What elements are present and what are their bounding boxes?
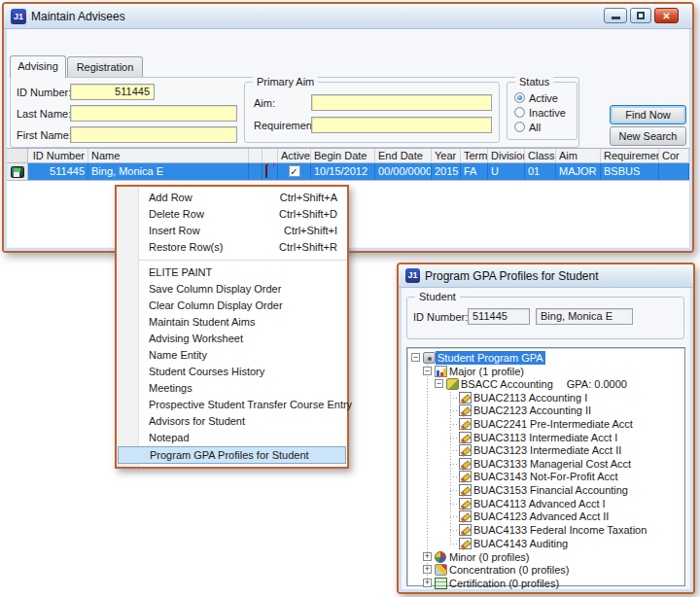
student-id-field[interactable]: 511445: [468, 308, 530, 325]
expand-icon[interactable]: +: [423, 579, 432, 587]
grid-header-begin-date[interactable]: Begin Date: [311, 149, 375, 162]
tree-item-course[interactable]: BUAC3133 Managerial Cost Acct: [407, 457, 682, 471]
tree-item-course[interactable]: BUAC4123 Advanced Acct II: [407, 509, 682, 523]
tree-item-course[interactable]: BUAC3153 Financial Accounting: [407, 483, 682, 497]
advisee-row[interactable]: 511445 Bing, Monica E ✓ 10/15/2012 00/00…: [7, 163, 689, 181]
grid-header-aim[interactable]: Aim: [556, 149, 601, 162]
expand-icon[interactable]: +: [423, 565, 432, 574]
tree-item-course[interactable]: BUAC2113 Accounting I: [407, 391, 682, 404]
menu-item-name-entity[interactable]: Name Entity: [117, 347, 347, 364]
row-term-cell[interactable]: FA: [461, 163, 488, 180]
row-aim-cell[interactable]: MAJOR: [556, 163, 601, 180]
requirement-input[interactable]: [311, 117, 492, 133]
row-cor-cell[interactable]: [659, 163, 689, 180]
menu-separator: [118, 260, 346, 261]
tab-advising[interactable]: Advising: [10, 55, 66, 78]
new-search-button[interactable]: New Search: [610, 126, 686, 146]
row-division-cell[interactable]: U: [488, 163, 525, 180]
requirement-label: Requirement:: [254, 120, 318, 131]
active-checkbox[interactable]: ✓: [289, 165, 300, 177]
menu-item-meetings[interactable]: Meetings: [117, 380, 347, 397]
grid-header-end-date[interactable]: End Date: [375, 149, 432, 162]
grid-header-class[interactable]: Class: [525, 149, 556, 162]
grid-header-term[interactable]: Term: [461, 149, 488, 162]
grid-header-name[interactable]: Name: [88, 149, 249, 162]
row-lock-cell[interactable]: [262, 163, 278, 180]
menu-item-student-courses-history[interactable]: Student Courses History: [117, 364, 347, 380]
tree-item-bsacc-accounting[interactable]: − BSACC AccountingGPA: 0.0000: [407, 377, 682, 391]
menu-item-add-row[interactable]: Add RowCtrl+Shift+A: [117, 190, 347, 206]
status-radio-all[interactable]: [514, 122, 525, 132]
status-all-label: All: [529, 122, 541, 133]
row-id-cell[interactable]: 511445: [28, 163, 88, 180]
grid-header-id-number[interactable]: ID Number: [28, 149, 88, 162]
row-name-cell[interactable]: Bing, Monica E: [88, 163, 249, 180]
tree-item-course[interactable]: BUAC2123 Accounting II: [407, 404, 682, 417]
window-title: Program GPA Profiles for Student: [425, 269, 599, 283]
menu-item-program-gpa-profiles[interactable]: Program GPA Profiles for Student: [118, 446, 346, 464]
tree-item-course[interactable]: BUAC3113 Intermediate Acct I: [407, 431, 682, 444]
last-name-input[interactable]: [70, 105, 237, 122]
tree-item-concentration[interactable]: + Concentration (0 profiles): [407, 563, 682, 577]
id-number-input[interactable]: 511445: [70, 84, 155, 100]
grid-header-active[interactable]: Active: [278, 149, 311, 162]
row-selector-cell[interactable]: [7, 163, 28, 180]
tree-item-course[interactable]: BUAC2241 Pre-Intermediate Acct: [407, 417, 682, 431]
status-radio-active[interactable]: [514, 92, 525, 103]
student-name-field[interactable]: Bing, Monica E: [536, 308, 633, 325]
primary-aim-title: Primary Aim: [253, 76, 318, 88]
grid-header-row: ID Number Name Active Begin Date End Dat…: [7, 149, 689, 163]
menu-item-clear-column-display-order[interactable]: Clear Column Display Order: [117, 298, 347, 314]
menu-item-save-column-display-order[interactable]: Save Column Display Order: [117, 281, 347, 298]
course-icon: [459, 524, 472, 536]
grid-header-year[interactable]: Year: [432, 149, 461, 162]
tab-registration[interactable]: Registration: [67, 56, 143, 78]
maximize-button[interactable]: [630, 8, 651, 23]
menu-item-elite-paint[interactable]: ELITE PAINT: [117, 264, 347, 281]
grid-header-division[interactable]: Division: [488, 149, 525, 162]
tree-item-certification[interactable]: + Certification (0 profiles): [407, 577, 682, 590]
tree-item-major[interactable]: − Major (1 profile): [407, 365, 682, 378]
row-end-date-cell[interactable]: 00/00/0000: [375, 163, 432, 180]
minimize-button[interactable]: [604, 8, 627, 23]
menu-item-advisors-for-student[interactable]: Advisors for Student: [117, 413, 347, 430]
menu-item-restore-rows[interactable]: Restore Row(s)Ctrl+Shift+R: [117, 239, 347, 256]
menu-item-prospective-student-transfer-course-entry[interactable]: Prospective Student Transfer Course Entr…: [117, 397, 347, 413]
title-bar[interactable]: J1 Maintain Advisees ✕: [4, 4, 692, 29]
grid-header-selector[interactable]: [7, 149, 28, 162]
collapse-icon[interactable]: −: [435, 379, 443, 388]
tree-item-label: Student Program GPA: [436, 351, 545, 365]
grid-header-lock[interactable]: [262, 149, 278, 162]
expand-icon[interactable]: +: [423, 552, 432, 561]
tree-item-course[interactable]: BUAC3143 Not-For-Profit Acct: [407, 470, 682, 483]
tree-item-label: BUAC3123 Intermediate Acct II: [472, 443, 623, 457]
tree-item-course[interactable]: BUAC4143 Auditing: [407, 537, 682, 550]
find-now-button[interactable]: Find Now: [610, 105, 686, 124]
row-blank-cell[interactable]: [249, 163, 262, 180]
tree-item-course[interactable]: BUAC4113 Advanced Acct I: [407, 497, 682, 510]
title-bar[interactable]: J1 Program GPA Profiles for Student: [399, 264, 693, 288]
menu-item-insert-row[interactable]: Insert RowCtrl+Shift+I: [117, 223, 347, 239]
aim-input[interactable]: [311, 94, 492, 111]
tree-item-course[interactable]: BUAC3123 Intermediate Acct II: [407, 443, 682, 457]
tree-item-minor[interactable]: + Minor (0 profiles): [407, 550, 682, 564]
grid-header-blank1[interactable]: [249, 149, 262, 162]
row-begin-date-cell[interactable]: 10/15/2012: [311, 163, 375, 180]
row-requirement-cell[interactable]: BSBUS: [601, 163, 659, 180]
menu-item-maintain-student-aims[interactable]: Maintain Student Aims: [117, 314, 347, 331]
tree-item-student-program-gpa[interactable]: − Student Program GPA: [407, 351, 682, 365]
grid-header-cor[interactable]: Cor: [659, 149, 689, 162]
tree-item-course[interactable]: BUAC4133 Federal Income Taxation: [407, 523, 682, 537]
status-radio-inactive[interactable]: [514, 107, 525, 118]
row-active-cell[interactable]: ✓: [278, 163, 311, 180]
menu-item-advising-worksheet[interactable]: Advising Worksheet: [117, 331, 347, 347]
collapse-icon[interactable]: −: [423, 367, 432, 375]
menu-item-delete-row[interactable]: Delete RowCtrl+Shift+D: [117, 206, 347, 223]
row-class-cell[interactable]: 01: [525, 163, 556, 180]
collapse-icon[interactable]: −: [411, 353, 420, 362]
row-year-cell[interactable]: 2015: [432, 163, 461, 180]
first-name-input[interactable]: [70, 126, 237, 143]
menu-item-notepad[interactable]: Notepad: [117, 430, 347, 446]
close-button[interactable]: ✕: [654, 8, 679, 23]
grid-header-requirement[interactable]: Requirement: [601, 149, 659, 162]
